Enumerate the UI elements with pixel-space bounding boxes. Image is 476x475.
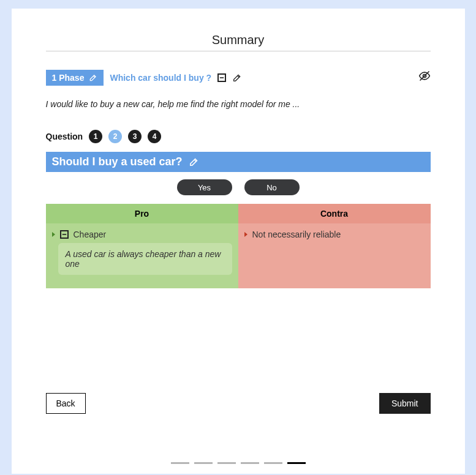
phase-row: 1 Phase Which car should I buy ? bbox=[46, 70, 431, 86]
svg-rect-3 bbox=[62, 234, 66, 235]
edit-icon[interactable] bbox=[189, 157, 199, 167]
submit-button[interactable]: Submit bbox=[379, 393, 431, 414]
caret-right-icon bbox=[52, 232, 55, 237]
pro-argument-detail: A used car is always cheaper than a new … bbox=[58, 243, 232, 275]
edit-icon[interactable] bbox=[89, 73, 97, 82]
no-button[interactable]: No bbox=[244, 179, 300, 195]
pro-contra-grid: Pro Cheaper A used car is always cheaper… bbox=[46, 204, 431, 288]
page-title: Summary bbox=[46, 33, 431, 51]
page-stepper bbox=[12, 462, 465, 464]
current-question-bar: Should I buy a used car? bbox=[46, 152, 431, 172]
question-pill-2[interactable]: 2 bbox=[108, 130, 122, 143]
step-6[interactable] bbox=[287, 462, 306, 464]
yes-button[interactable]: Yes bbox=[177, 179, 232, 195]
step-2[interactable] bbox=[194, 462, 213, 464]
phase-chip[interactable]: 1 Phase bbox=[46, 70, 104, 86]
contra-header: Contra bbox=[238, 204, 431, 223]
question-pill-1[interactable]: 1 bbox=[89, 130, 102, 143]
pro-argument-row[interactable]: Cheaper bbox=[46, 223, 238, 243]
question-nav: Question 1 2 3 4 bbox=[46, 130, 431, 143]
collapse-icon[interactable] bbox=[217, 73, 226, 82]
eye-off-icon[interactable] bbox=[418, 70, 431, 82]
edit-icon[interactable] bbox=[232, 73, 242, 83]
back-button[interactable]: Back bbox=[46, 393, 86, 414]
current-question-text: Should I buy a used car? bbox=[52, 155, 183, 168]
question-pill-4[interactable]: 4 bbox=[148, 130, 161, 143]
contra-argument-title: Not necessarily reliable bbox=[252, 230, 341, 239]
question-pill-3[interactable]: 3 bbox=[128, 130, 142, 143]
summary-sheet: Summary 1 Phase Which car should I buy ?… bbox=[12, 9, 465, 474]
pro-argument-title: Cheaper bbox=[74, 230, 107, 239]
contra-column: Contra Not necessarily reliable bbox=[238, 204, 431, 288]
pro-header: Pro bbox=[46, 204, 238, 223]
question-label: Question bbox=[46, 132, 83, 141]
pro-column: Pro Cheaper A used car is always cheaper… bbox=[46, 204, 238, 288]
svg-rect-0 bbox=[220, 77, 224, 78]
step-5[interactable] bbox=[264, 462, 282, 464]
step-4[interactable] bbox=[241, 462, 259, 464]
step-1[interactable] bbox=[171, 462, 189, 464]
footer-actions: Back Submit bbox=[46, 393, 431, 414]
step-3[interactable] bbox=[217, 462, 236, 464]
phase-description: I would like to buy a new car, help me f… bbox=[46, 99, 431, 109]
contra-argument-row[interactable]: Not necessarily reliable bbox=[238, 223, 431, 243]
collapse-icon[interactable] bbox=[60, 230, 69, 239]
caret-right-icon bbox=[244, 232, 247, 237]
phase-question[interactable]: Which car should I buy ? bbox=[110, 73, 211, 83]
phase-chip-label: 1 Phase bbox=[52, 73, 85, 83]
yes-no-row: Yes No bbox=[46, 179, 431, 195]
